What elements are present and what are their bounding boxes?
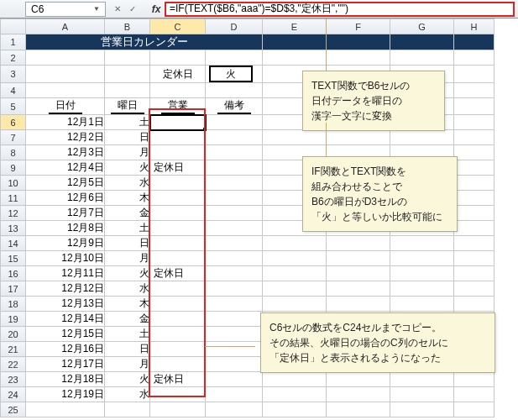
cell-biz[interactable] <box>150 387 206 402</box>
cell-note[interactable] <box>206 327 263 342</box>
row-header-10[interactable]: 10 <box>1 176 26 191</box>
cell-date[interactable]: 12月6日 <box>26 191 105 206</box>
cell[interactable] <box>327 34 390 50</box>
col-header-B[interactable]: B <box>105 19 150 34</box>
row-header-15[interactable]: 15 <box>1 251 26 266</box>
cell-biz[interactable] <box>150 342 206 357</box>
cell-biz[interactable] <box>150 297 206 312</box>
row-header-16[interactable]: 16 <box>1 266 26 281</box>
cell-date[interactable]: 12月19日 <box>26 387 105 402</box>
row-header-6[interactable]: 6 <box>1 115 26 130</box>
cell[interactable] <box>390 266 454 281</box>
cell[interactable] <box>390 402 454 417</box>
cell-dow[interactable]: 土 <box>105 221 150 236</box>
cell-biz[interactable]: 定休日 <box>150 160 206 176</box>
cell[interactable] <box>263 34 327 50</box>
cell[interactable] <box>454 221 494 236</box>
cell-biz[interactable] <box>150 145 206 160</box>
cell-date[interactable]: 12月5日 <box>26 176 105 191</box>
cell[interactable] <box>390 50 454 66</box>
cell[interactable] <box>390 372 454 387</box>
cell-note[interactable] <box>206 387 263 402</box>
cell-biz[interactable]: 定休日 <box>150 372 206 387</box>
select-all-corner[interactable] <box>1 19 26 34</box>
cell[interactable] <box>454 372 494 387</box>
accept-icon[interactable]: ✓ <box>126 3 139 16</box>
cell[interactable] <box>454 206 494 221</box>
cell-date[interactable]: 12月16日 <box>26 342 105 357</box>
col-header-F[interactable]: F <box>327 19 390 34</box>
cell-dow[interactable]: 日 <box>105 236 150 251</box>
cell-dow[interactable]: 火 <box>105 266 150 281</box>
col-header-E[interactable]: E <box>263 19 327 34</box>
cell-date[interactable]: 12月15日 <box>26 327 105 342</box>
cell[interactable] <box>26 66 105 83</box>
row-header-20[interactable]: 20 <box>1 327 26 342</box>
cell[interactable] <box>150 402 206 417</box>
cell[interactable] <box>454 387 494 402</box>
cell-dow[interactable]: 木 <box>105 191 150 206</box>
cell-dow[interactable]: 金 <box>105 312 150 327</box>
cell[interactable] <box>327 402 390 417</box>
cell[interactable] <box>454 34 494 50</box>
row-header-19[interactable]: 19 <box>1 312 26 327</box>
row-header-13[interactable]: 13 <box>1 221 26 236</box>
cell-biz[interactable] <box>150 357 206 372</box>
cell-note[interactable] <box>206 251 263 266</box>
cell[interactable] <box>390 387 454 402</box>
cell-note[interactable] <box>206 236 263 251</box>
cell[interactable] <box>263 236 327 251</box>
cell[interactable] <box>263 297 327 312</box>
cell[interactable] <box>327 236 390 251</box>
row-header-12[interactable]: 12 <box>1 206 26 221</box>
cell[interactable] <box>390 251 454 266</box>
cell[interactable] <box>150 83 206 98</box>
cell[interactable] <box>454 130 494 145</box>
col-header-G[interactable]: G <box>390 19 454 34</box>
cancel-icon[interactable]: ✕ <box>111 3 124 16</box>
cell-note[interactable] <box>206 160 263 176</box>
cell[interactable] <box>454 297 494 312</box>
col-header-A[interactable]: A <box>26 19 105 34</box>
cell[interactable] <box>454 83 494 98</box>
row-header-11[interactable]: 11 <box>1 191 26 206</box>
cell-biz[interactable]: 定休日 <box>150 266 206 281</box>
cell-biz[interactable] <box>150 236 206 251</box>
col-header-D[interactable]: D <box>206 19 263 34</box>
cell[interactable] <box>327 281 390 297</box>
cell-date[interactable]: 12月11日 <box>26 266 105 281</box>
cell-date[interactable]: 12月17日 <box>26 357 105 372</box>
cell[interactable] <box>263 266 327 281</box>
cell[interactable] <box>454 251 494 266</box>
cell-dow[interactable]: 月 <box>105 357 150 372</box>
cell[interactable] <box>105 66 150 83</box>
cell-note[interactable] <box>206 266 263 281</box>
cell-dow[interactable]: 木 <box>105 297 150 312</box>
cell[interactable] <box>390 236 454 251</box>
cell[interactable] <box>390 130 454 145</box>
cell-biz[interactable] <box>150 130 206 145</box>
row-header-24[interactable]: 24 <box>1 387 26 402</box>
formula-input[interactable] <box>165 2 515 17</box>
row-header-21[interactable]: 21 <box>1 342 26 357</box>
cell[interactable] <box>105 50 150 66</box>
row-header-25[interactable]: 25 <box>1 402 26 417</box>
cell[interactable] <box>454 281 494 297</box>
cell[interactable] <box>454 266 494 281</box>
cell[interactable] <box>105 402 150 417</box>
cell-note[interactable] <box>206 221 263 236</box>
cell[interactable] <box>327 50 390 66</box>
cell[interactable] <box>26 83 105 98</box>
cell[interactable] <box>454 160 494 176</box>
cell[interactable] <box>454 236 494 251</box>
cell-note[interactable] <box>206 342 263 357</box>
cell[interactable] <box>390 281 454 297</box>
row-header-1[interactable]: 1 <box>1 34 26 50</box>
cell-date[interactable]: 12月4日 <box>26 160 105 176</box>
row-header-5[interactable]: 5 <box>1 98 26 115</box>
cell-note[interactable] <box>206 281 263 297</box>
cell-dow[interactable]: 水 <box>105 387 150 402</box>
cell-date[interactable]: 12月1日 <box>26 115 105 130</box>
cell[interactable] <box>263 50 327 66</box>
cell-biz[interactable] <box>150 281 206 297</box>
